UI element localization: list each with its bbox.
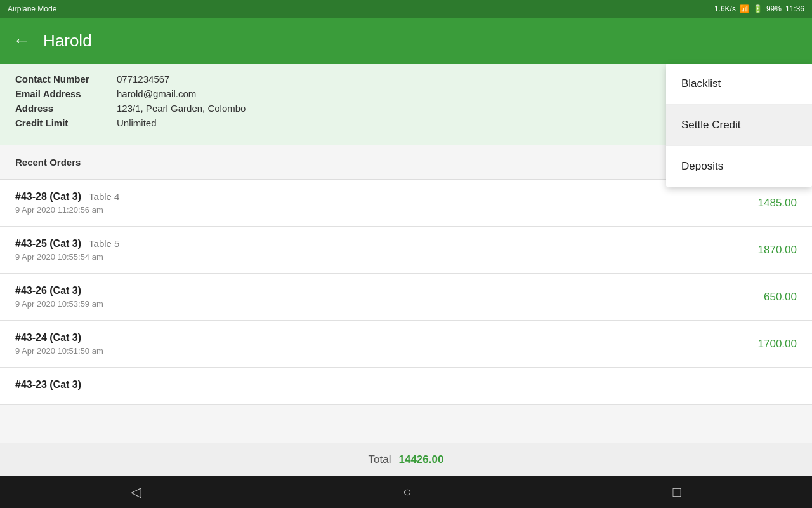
order-date: 9 Apr 2020 10:55:54 am [15, 252, 119, 262]
status-right: 1.6K/s 📶 🔋 99% 11:36 [714, 4, 804, 13]
order-item[interactable]: #43-28 (Cat 3)Table 4 9 Apr 2020 11:20:5… [0, 180, 812, 227]
order-item[interactable]: #43-25 (Cat 3)Table 5 9 Apr 2020 10:55:5… [0, 227, 812, 274]
order-date: 9 Apr 2020 10:53:59 am [15, 299, 103, 309]
email-label: Email Address [15, 88, 117, 99]
dropdown-item-settle-credit[interactable]: Settle Credit [666, 105, 812, 146]
nav-back-button[interactable]: ◁ [131, 484, 141, 500]
order-item[interactable]: #43-24 (Cat 3) 9 Apr 2020 10:51:50 am 17… [0, 321, 812, 368]
order-date: 9 Apr 2020 11:20:56 am [15, 205, 119, 215]
total-label: Total [369, 453, 391, 466]
signal-icon: 📶 [740, 4, 749, 13]
email-value: harold@gmail.com [117, 88, 196, 99]
total-value: 14426.00 [399, 453, 444, 466]
contact-label: Contact Number [15, 74, 117, 84]
order-amount: 650.00 [764, 291, 797, 304]
credit-limit-value: Unlimited [117, 117, 157, 128]
order-id: #43-28 (Cat 3) [15, 191, 81, 202]
airplane-mode-label: Airplane Mode [8, 4, 56, 13]
dropdown-menu: BlacklistSettle CreditDeposits [666, 64, 812, 187]
nav-recents-button[interactable]: □ [673, 484, 681, 500]
address-label: Address [15, 103, 117, 114]
address-value: 123/1, Pearl Garden, Colombo [117, 103, 246, 114]
order-amount: 1485.00 [758, 197, 797, 210]
order-details: #43-23 (Cat 3) [15, 379, 81, 393]
page-title: Harold [43, 31, 92, 51]
nav-home-button[interactable]: ○ [403, 484, 411, 500]
order-title: #43-28 (Cat 3)Table 4 [15, 191, 119, 203]
order-id: #43-25 (Cat 3) [15, 238, 81, 249]
recent-orders-title: Recent Orders [15, 157, 81, 168]
app-bar: ← Harold [0, 18, 812, 64]
order-id: #43-26 (Cat 3) [15, 285, 81, 296]
order-item[interactable]: #43-26 (Cat 3) 9 Apr 2020 10:53:59 am 65… [0, 274, 812, 321]
order-table: Table 5 [89, 238, 119, 249]
order-date: 9 Apr 2020 10:51:50 am [15, 346, 103, 356]
battery-icon: 🔋 [753, 4, 763, 13]
order-title: #43-26 (Cat 3) [15, 285, 103, 297]
order-details: #43-25 (Cat 3)Table 5 9 Apr 2020 10:55:5… [15, 238, 119, 262]
order-title: #43-24 (Cat 3) [15, 332, 103, 344]
battery-percent: 99% [766, 4, 782, 13]
order-amount: 1870.00 [758, 244, 797, 257]
back-button[interactable]: ← [13, 32, 30, 50]
order-title: #43-23 (Cat 3) [15, 379, 81, 391]
order-details: #43-26 (Cat 3) 9 Apr 2020 10:53:59 am [15, 285, 103, 309]
nav-bar: ◁ ○ □ [0, 476, 812, 508]
order-id: #43-24 (Cat 3) [15, 332, 81, 343]
dropdown-item-deposits[interactable]: Deposits [666, 146, 812, 187]
order-amount: 1700.00 [758, 338, 797, 351]
total-footer: Total 14426.00 [0, 443, 812, 476]
order-item[interactable]: #43-23 (Cat 3) [0, 368, 812, 405]
time-display: 11:36 [785, 4, 804, 13]
order-details: #43-24 (Cat 3) 9 Apr 2020 10:51:50 am [15, 332, 103, 356]
orders-list: #43-28 (Cat 3)Table 4 9 Apr 2020 11:20:5… [0, 180, 812, 405]
order-details: #43-28 (Cat 3)Table 4 9 Apr 2020 11:20:5… [15, 191, 119, 215]
status-left: Airplane Mode [8, 4, 56, 13]
order-table: Table 4 [89, 191, 119, 202]
contact-value: 0771234567 [117, 74, 169, 84]
credit-limit-label: Credit Limit [15, 117, 117, 128]
dropdown-item-blacklist[interactable]: Blacklist [666, 64, 812, 105]
network-speed: 1.6K/s [714, 4, 736, 13]
order-title: #43-25 (Cat 3)Table 5 [15, 238, 119, 250]
status-bar: Airplane Mode 1.6K/s 📶 🔋 99% 11:36 [0, 0, 812, 18]
order-id: #43-23 (Cat 3) [15, 379, 81, 390]
